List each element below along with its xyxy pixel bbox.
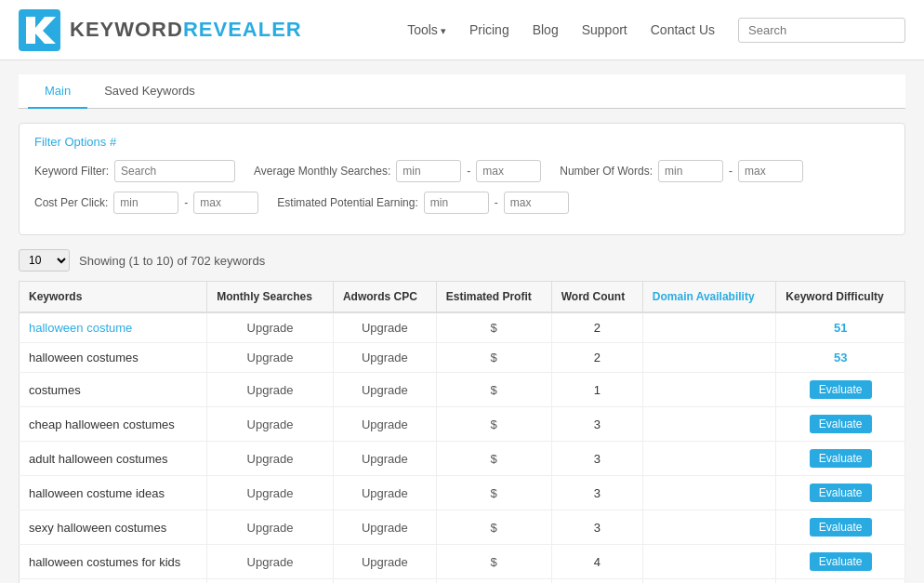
filter-panel: Filter Options # Keyword Filter: Average… — [19, 123, 905, 235]
page-size-select[interactable]: 10 25 50 — [19, 249, 70, 272]
evaluate-button[interactable]: Evaluate — [810, 484, 872, 502]
num-words-group: Number Of Words: - — [560, 160, 803, 182]
profit-cell: $ — [436, 510, 551, 545]
wordcount-cell: 3 — [551, 407, 642, 442]
nav-search-input[interactable] — [738, 18, 905, 43]
cpc-cell: Upgrade — [333, 442, 436, 476]
domain-cell — [642, 510, 776, 545]
col-cpc: Adwords CPC — [333, 282, 436, 313]
keyword-cell: halloween costumes 2013 — [20, 579, 207, 584]
nav-contact[interactable]: Contact Us — [651, 22, 715, 37]
domain-cell — [642, 545, 776, 579]
profit-cell: $ — [436, 442, 551, 476]
results-info: 10 25 50 Showing (1 to 10) of 702 keywor… — [19, 249, 905, 272]
keyword-cell: sexy halloween costumes — [20, 510, 207, 545]
evaluate-button[interactable]: Evaluate — [810, 380, 872, 399]
keyword-cell: halloween costume ideas — [20, 476, 207, 510]
monthly-cell: Upgrade — [207, 343, 334, 373]
cpc-cell: Upgrade — [333, 476, 436, 510]
monthly-cell: Upgrade — [207, 476, 334, 510]
wordcount-cell: 3 — [551, 579, 642, 584]
profit-cell: $ — [436, 407, 551, 442]
nav-blog[interactable]: Blog — [533, 22, 559, 37]
cpc-label: Cost Per Click: — [34, 196, 108, 209]
logo-text: KEYWORDREVEALER — [70, 18, 302, 42]
logo: KEYWORDREVEALER — [19, 9, 302, 51]
domain-cell — [642, 343, 776, 373]
nav-pricing[interactable]: Pricing — [469, 22, 509, 37]
wordcount-cell: 3 — [551, 442, 642, 476]
keyword-filter-input[interactable] — [114, 160, 235, 182]
wordcount-cell: 4 — [551, 545, 642, 579]
domain-cell — [642, 442, 776, 476]
num-words-sep: - — [729, 165, 733, 178]
avg-monthly-min[interactable] — [396, 160, 461, 182]
domain-cell — [642, 373, 776, 407]
difficulty-cell: 53 — [776, 343, 905, 373]
est-earning-group: Estimated Potential Earning: - — [277, 192, 568, 214]
tab-saved-keywords[interactable]: Saved Keywords — [87, 74, 212, 109]
cpc-max[interactable] — [193, 192, 258, 214]
col-monthly: Monthly Searches — [207, 282, 334, 313]
table-row: halloween costumeUpgradeUpgrade$251 — [20, 312, 905, 343]
num-words-max[interactable] — [738, 160, 803, 182]
cpc-cell: Upgrade — [333, 407, 436, 442]
keyword-link[interactable]: halloween costume — [29, 321, 132, 335]
cpc-group: Cost Per Click: - — [34, 192, 258, 214]
difficulty-number: 51 — [834, 321, 847, 335]
cpc-cell: Upgrade — [333, 343, 436, 373]
monthly-cell: Upgrade — [207, 579, 334, 584]
wordcount-cell: 3 — [551, 476, 642, 510]
monthly-cell: Upgrade — [207, 407, 334, 442]
keyword-filter-group: Keyword Filter: — [34, 160, 235, 182]
nav-tools[interactable]: Tools — [407, 22, 446, 37]
table-row: halloween costumesUpgradeUpgrade$253 — [20, 343, 905, 373]
evaluate-button[interactable]: Evaluate — [810, 415, 872, 433]
est-earning-min[interactable] — [424, 192, 489, 214]
table-row: sexy halloween costumesUpgradeUpgrade$3E… — [20, 510, 905, 545]
cpc-cell: Upgrade — [333, 312, 436, 343]
profit-cell: $ — [436, 343, 551, 373]
col-profit: Estimated Profit — [436, 282, 551, 313]
logo-icon — [19, 9, 60, 51]
domain-cell — [642, 476, 776, 510]
main-content: Main Saved Keywords Filter Options # Key… — [0, 60, 924, 583]
avg-monthly-group: Average Monthly Searches: - — [254, 160, 541, 182]
filter-row-1: Keyword Filter: Average Monthly Searches… — [34, 160, 890, 182]
avg-monthly-sep: - — [467, 165, 470, 178]
profit-cell: $ — [436, 476, 551, 510]
domain-cell — [642, 312, 776, 343]
keyword-cell: adult halloween costumes — [20, 442, 207, 476]
est-earning-sep: - — [495, 196, 498, 209]
wordcount-cell: 3 — [551, 510, 642, 545]
keyword-filter-label: Keyword Filter: — [34, 165, 109, 178]
tabs: Main Saved Keywords — [19, 74, 905, 109]
col-difficulty: Keyword Difficulty — [776, 282, 905, 313]
filter-title[interactable]: Filter Options # — [34, 135, 890, 149]
tab-main[interactable]: Main — [28, 74, 87, 109]
evaluate-button[interactable]: Evaluate — [810, 449, 872, 468]
filter-row-2: Cost Per Click: - Estimated Potential Ea… — [34, 192, 890, 214]
difficulty-cell: Evaluate — [776, 545, 905, 579]
est-earning-label: Estimated Potential Earning: — [277, 196, 417, 209]
monthly-cell: Upgrade — [207, 442, 334, 476]
avg-monthly-max[interactable] — [476, 160, 541, 182]
cpc-cell: Upgrade — [333, 510, 436, 545]
col-words: Word Count — [551, 282, 642, 313]
main-nav: Tools Pricing Blog Support Contact Us — [407, 18, 905, 43]
table-header: Keywords Monthly Searches Adwords CPC Es… — [20, 282, 905, 313]
domain-cell — [642, 579, 776, 584]
domain-cell — [642, 407, 776, 442]
evaluate-button[interactable]: Evaluate — [810, 518, 872, 537]
num-words-min[interactable] — [658, 160, 723, 182]
keyword-cell: costumes — [20, 373, 207, 407]
num-words-label: Number Of Words: — [560, 165, 653, 178]
nav-support[interactable]: Support — [582, 22, 627, 37]
table-row: cheap halloween costumesUpgradeUpgrade$3… — [20, 407, 905, 442]
evaluate-button[interactable]: Evaluate — [810, 552, 872, 571]
table-row: costumesUpgradeUpgrade$1Evaluate — [20, 373, 905, 407]
keywords-table: Keywords Monthly Searches Adwords CPC Es… — [19, 281, 905, 583]
monthly-cell: Upgrade — [207, 373, 334, 407]
est-earning-max[interactable] — [504, 192, 569, 214]
cpc-min[interactable] — [113, 192, 178, 214]
